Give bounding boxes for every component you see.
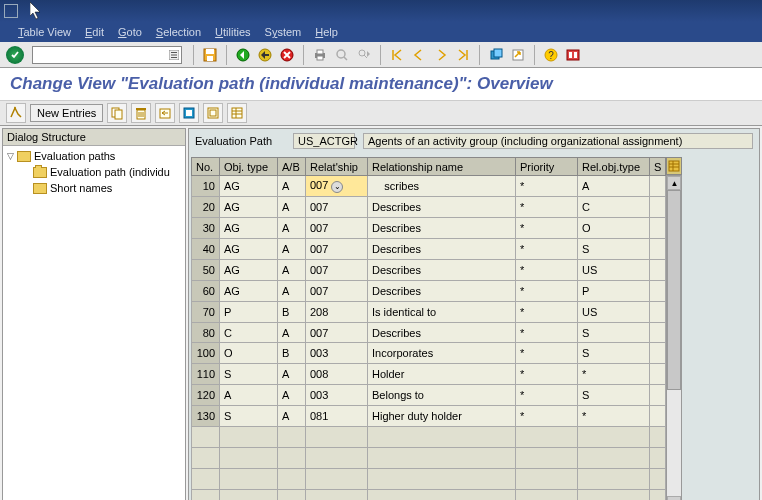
table-settings-icon[interactable] <box>227 103 247 123</box>
menu-system[interactable]: System <box>265 26 302 38</box>
cell-priority[interactable]: * <box>516 322 578 343</box>
cell-no[interactable]: 80 <box>192 322 220 343</box>
cell-relationship-name[interactable]: Higher duty holder <box>368 406 516 427</box>
table-config-icon[interactable] <box>666 157 682 175</box>
new-session-icon[interactable] <box>487 46 505 64</box>
table-row-empty[interactable] <box>192 469 666 490</box>
cell-obj-type[interactable]: A <box>220 385 278 406</box>
cell-no[interactable]: 100 <box>192 343 220 364</box>
table-row[interactable]: 120AA003Belongs to*S <box>192 385 666 406</box>
cell-relationship[interactable]: 007 <box>306 197 368 218</box>
cell-skip[interactable] <box>650 406 666 427</box>
enter-button[interactable] <box>6 46 24 64</box>
cell-skip[interactable] <box>650 259 666 280</box>
exit-icon[interactable] <box>256 46 274 64</box>
col-skip[interactable]: S <box>650 158 666 176</box>
menu-selection[interactable]: Selection <box>156 26 201 38</box>
cell-relationship-name[interactable]: Holder <box>368 364 516 385</box>
print-icon[interactable] <box>311 46 329 64</box>
cell-priority[interactable]: * <box>516 176 578 197</box>
cell-skip[interactable] <box>650 217 666 238</box>
scroll-thumb[interactable] <box>667 190 681 390</box>
cell-no[interactable]: 110 <box>192 364 220 385</box>
cell-no[interactable]: 60 <box>192 280 220 301</box>
delete-icon[interactable] <box>131 103 151 123</box>
copy-icon[interactable] <box>107 103 127 123</box>
col-no[interactable]: No. <box>192 158 220 176</box>
cell-relationship[interactable]: 081 <box>306 406 368 427</box>
cell-ab[interactable]: A <box>278 406 306 427</box>
cell-relationship-name[interactable]: Describes <box>368 259 516 280</box>
cell-no[interactable]: 130 <box>192 406 220 427</box>
cell-ab[interactable]: A <box>278 217 306 238</box>
cell-priority[interactable]: * <box>516 364 578 385</box>
table-row-empty[interactable] <box>192 427 666 448</box>
f4-help-icon[interactable]: ⌄ <box>331 181 343 193</box>
dropdown-icon[interactable] <box>169 50 179 60</box>
table-row[interactable]: 10AGA007 ⌄ scribes*A <box>192 176 666 197</box>
tree-node-evaluation-path-individual[interactable]: Evaluation path (individual maintenance) <box>3 164 185 180</box>
cell-relationship-name[interactable]: Describes <box>368 217 516 238</box>
cell-ab[interactable]: B <box>278 301 306 322</box>
collapse-icon[interactable]: ▽ <box>7 151 17 161</box>
cell-rel-obj-type[interactable]: US <box>578 301 650 322</box>
find-icon[interactable] <box>333 46 351 64</box>
cell-obj-type[interactable]: O <box>220 343 278 364</box>
cell-obj-type[interactable]: S <box>220 406 278 427</box>
undo-icon[interactable] <box>155 103 175 123</box>
cell-priority[interactable]: * <box>516 280 578 301</box>
cell-skip[interactable] <box>650 176 666 197</box>
col-relationship-name[interactable]: Relationship name <box>368 158 516 176</box>
cell-no[interactable]: 70 <box>192 301 220 322</box>
table-row[interactable]: 100OB003Incorporates*S <box>192 343 666 364</box>
cell-priority[interactable]: * <box>516 238 578 259</box>
next-page-icon[interactable] <box>432 46 450 64</box>
col-obj-type[interactable]: Obj. type <box>220 158 278 176</box>
cell-rel-obj-type[interactable]: A <box>578 176 650 197</box>
table-row[interactable]: 70PB208Is identical to*US <box>192 301 666 322</box>
cell-relationship[interactable]: 007 ⌄ <box>306 176 368 197</box>
command-field[interactable] <box>32 46 182 64</box>
cell-no[interactable]: 10 <box>192 176 220 197</box>
cell-rel-obj-type[interactable]: O <box>578 217 650 238</box>
cell-priority[interactable]: * <box>516 259 578 280</box>
cell-skip[interactable] <box>650 343 666 364</box>
cell-ab[interactable]: A <box>278 259 306 280</box>
cell-rel-obj-type[interactable]: P <box>578 280 650 301</box>
cell-relationship-name[interactable]: Describes <box>368 238 516 259</box>
prev-page-icon[interactable] <box>410 46 428 64</box>
shortcut-icon[interactable] <box>509 46 527 64</box>
cell-skip[interactable] <box>650 364 666 385</box>
last-page-icon[interactable] <box>454 46 472 64</box>
col-rel-obj-type[interactable]: Rel.obj.type <box>578 158 650 176</box>
system-menu-icon[interactable] <box>4 4 18 18</box>
cell-rel-obj-type[interactable]: * <box>578 364 650 385</box>
cancel-icon[interactable] <box>278 46 296 64</box>
table-row[interactable]: 50AGA007Describes*US <box>192 259 666 280</box>
cell-skip[interactable] <box>650 301 666 322</box>
help-icon[interactable]: ? <box>542 46 560 64</box>
toggle-display-icon[interactable] <box>6 103 26 123</box>
cell-rel-obj-type[interactable]: S <box>578 343 650 364</box>
menu-edit[interactable]: Edit <box>85 26 104 38</box>
cell-obj-type[interactable]: AG <box>220 197 278 218</box>
cell-skip[interactable] <box>650 322 666 343</box>
table-row[interactable]: 20AGA007Describes*C <box>192 197 666 218</box>
menu-help[interactable]: Help <box>315 26 338 38</box>
scroll-up-icon[interactable]: ▲ <box>667 176 681 190</box>
cell-obj-type[interactable]: AG <box>220 176 278 197</box>
cell-obj-type[interactable]: AG <box>220 259 278 280</box>
cell-obj-type[interactable]: AG <box>220 217 278 238</box>
cell-no[interactable]: 20 <box>192 197 220 218</box>
table-row[interactable]: 30AGA007Describes*O <box>192 217 666 238</box>
cell-relationship-name[interactable]: Describes <box>368 280 516 301</box>
cell-no[interactable]: 30 <box>192 217 220 238</box>
cell-no[interactable]: 50 <box>192 259 220 280</box>
table-row[interactable]: 40AGA007Describes*S <box>192 238 666 259</box>
scroll-down-icon[interactable]: ▼ <box>667 496 681 500</box>
cell-relationship[interactable]: 008 <box>306 364 368 385</box>
cell-no[interactable]: 120 <box>192 385 220 406</box>
cell-relationship[interactable]: 007 <box>306 238 368 259</box>
tree-node-evaluation-paths[interactable]: ▽ Evaluation paths <box>3 148 185 164</box>
cell-rel-obj-type[interactable]: S <box>578 322 650 343</box>
